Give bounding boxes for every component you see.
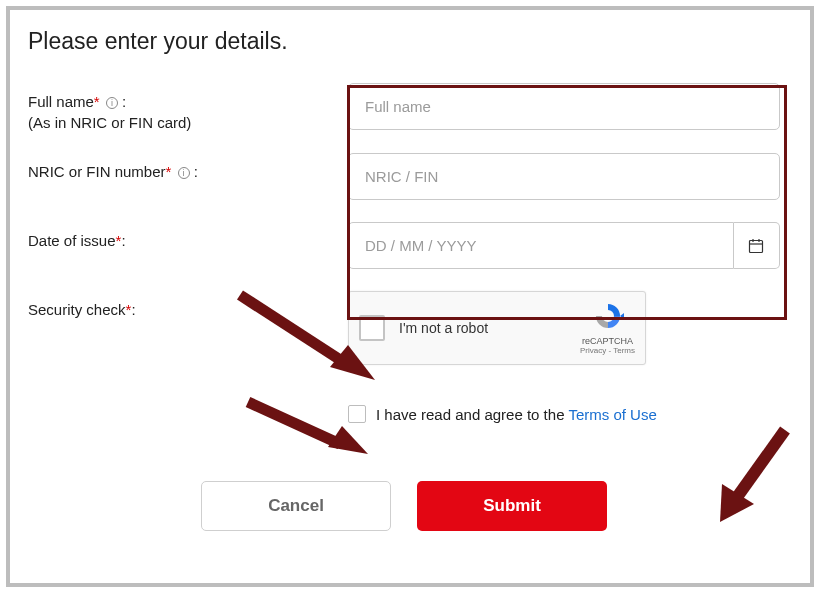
recaptcha-brand: reCAPTCHA: [580, 336, 635, 346]
label-doi-text: Date of issue: [28, 232, 116, 249]
consent-text: I have read and agree to the Terms of Us…: [376, 406, 657, 423]
label-security-text: Security check: [28, 301, 126, 318]
colon: :: [122, 93, 126, 110]
label-doi: Date of issue*:: [28, 222, 348, 249]
terms-of-use-link[interactable]: Terms of Use: [568, 406, 656, 423]
required-mark: *: [94, 93, 100, 110]
label-nric: NRIC or FIN number* i :: [28, 153, 348, 180]
submit-button[interactable]: Submit: [417, 481, 607, 531]
colon: :: [131, 301, 135, 318]
label-fullname: Full name* i : (As in NRIC or FIN card): [28, 83, 348, 131]
cancel-button[interactable]: Cancel: [201, 481, 391, 531]
colon: :: [121, 232, 125, 249]
colon: :: [194, 163, 198, 180]
required-mark: *: [166, 163, 172, 180]
page-heading: Please enter your details.: [28, 28, 780, 55]
nric-input[interactable]: [348, 153, 780, 200]
button-row: Cancel Submit: [28, 481, 780, 531]
label-fullname-sub: (As in NRIC or FIN card): [28, 114, 348, 131]
svg-rect-0: [750, 240, 763, 252]
info-icon[interactable]: i: [106, 97, 118, 109]
doi-input[interactable]: [348, 222, 734, 269]
form: Full name* i : (As in NRIC or FIN card) …: [28, 83, 780, 531]
recaptcha-terms-link[interactable]: Terms: [613, 346, 635, 355]
recaptcha-text: I'm not a robot: [399, 320, 580, 336]
recaptcha-links: Privacy - Terms: [580, 346, 635, 355]
recaptcha-widget: I'm not a robot reCAPTCHA Privacy - Term…: [348, 291, 646, 365]
recaptcha-icon: [590, 301, 626, 331]
label-fullname-text: Full name: [28, 93, 94, 110]
row-doi: Date of issue*:: [28, 222, 780, 269]
consent-checkbox[interactable]: [348, 405, 366, 423]
info-icon[interactable]: i: [178, 167, 190, 179]
row-consent: I have read and agree to the Terms of Us…: [28, 395, 780, 451]
recaptcha-privacy-link[interactable]: Privacy: [580, 346, 606, 355]
row-nric: NRIC or FIN number* i :: [28, 153, 780, 200]
label-security: Security check*:: [28, 291, 348, 318]
row-fullname: Full name* i : (As in NRIC or FIN card): [28, 83, 780, 131]
fullname-input[interactable]: [348, 83, 780, 130]
recaptcha-branding: reCAPTCHA Privacy - Terms: [580, 301, 635, 355]
row-security: Security check*: I'm not a robot reCAPTC…: [28, 291, 780, 365]
label-nric-text: NRIC or FIN number: [28, 163, 166, 180]
svg-marker-4: [620, 313, 624, 319]
calendar-icon: [748, 238, 764, 254]
consent-prefix: I have read and agree to the: [376, 406, 568, 423]
recaptcha-checkbox[interactable]: [359, 315, 385, 341]
datepicker-button[interactable]: [734, 222, 780, 269]
form-panel: Please enter your details. Full name* i …: [6, 6, 814, 587]
